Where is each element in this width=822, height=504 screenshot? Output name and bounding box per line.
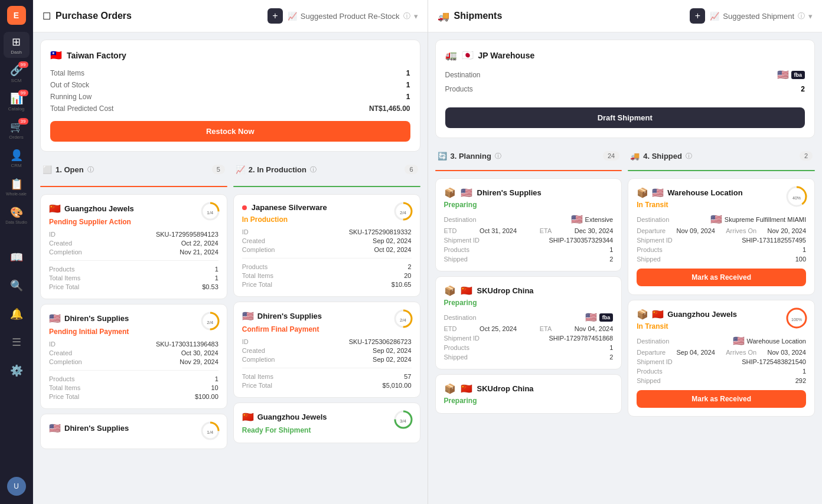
wh-shipped-departure-row: Departure Nov 09, 2024 Arrives On Nov 20… bbox=[637, 227, 806, 234]
shipments-header-icon: 🚚 bbox=[438, 11, 449, 22]
gz-shipped-products-label: Products bbox=[637, 368, 662, 375]
settings-icon: ⚙️ bbox=[10, 364, 23, 377]
open-count: 5 bbox=[212, 165, 225, 174]
suggested-restock-link[interactable]: 📈 Suggested Product Re-Stock ⓘ ▾ bbox=[288, 11, 418, 21]
main-content: ☐ Purchase Orders + 📈 Suggested Product … bbox=[33, 0, 822, 504]
japanese-footer: Products 2 Total Items 20 Price Total $1… bbox=[242, 258, 412, 288]
dhiren-inprod-completion-label: Completion bbox=[242, 356, 275, 363]
po-card-dhiren-open-3[interactable]: 1/4 🇺🇸 Dhiren's Supplies bbox=[40, 414, 227, 449]
po-card-guangzhou-ready[interactable]: 3/4 🇨🇳 Guangzhou Jewels Ready For Shipme… bbox=[233, 402, 420, 443]
sidebar-label-wholesale: Whole-sale bbox=[6, 192, 27, 196]
planning-count: 24 bbox=[603, 151, 619, 161]
draft-shipment-button[interactable]: Draft Shipment bbox=[445, 107, 805, 128]
planning-divider bbox=[435, 170, 622, 171]
guangzhou-created-row: Created Oct 22, 2024 bbox=[49, 240, 218, 247]
crm-icon: 👤 bbox=[10, 149, 23, 162]
dhiren-open3-supplier: Dhiren's Supplies bbox=[64, 424, 129, 433]
suggested-shipment-link[interactable]: 📈 Suggested Shipment ⓘ ▾ bbox=[710, 11, 813, 21]
dhiren-inprod-price-label: Price Total bbox=[242, 382, 272, 389]
sidebar-item-scm[interactable]: 99 🔗 SCM bbox=[4, 60, 30, 86]
sidebar-item-wholesale[interactable]: 📋 Whole-sale bbox=[4, 174, 30, 199]
po-card-dhiren-inprod[interactable]: 2/4 🇺🇸 Dhiren's Supplies Confirm Final P… bbox=[233, 302, 420, 398]
sidebar-item-list[interactable]: ☰ bbox=[4, 329, 30, 355]
skudrop-planning-products-value: 1 bbox=[609, 344, 613, 351]
total-cost-value: NT$1,465.00 bbox=[369, 104, 410, 113]
sidebar-item-orders[interactable]: 39 🛒 Orders bbox=[4, 117, 30, 143]
skudrop3-flag: 🇨🇳 bbox=[461, 383, 472, 394]
gz-shipped-shipped-value: 292 bbox=[795, 377, 806, 384]
purchase-orders-panel: ☐ Purchase Orders + 📈 Suggested Product … bbox=[33, 0, 428, 504]
japanese-id-row: ID SKU-1725290819332 bbox=[242, 228, 412, 235]
po-add-button[interactable]: + bbox=[268, 8, 283, 24]
japanese-items-row: Total Items 20 bbox=[242, 272, 412, 279]
shipments-add-button[interactable]: + bbox=[690, 8, 705, 24]
sidebar-item-bell[interactable]: 🔔 bbox=[4, 301, 30, 327]
dhiren-planning-dest-label: Destination bbox=[444, 216, 477, 223]
po-title: Purchase Orders bbox=[56, 11, 263, 21]
guangzhou-id-value: SKU-1729595894123 bbox=[156, 231, 218, 238]
shipped-count: 2 bbox=[800, 151, 813, 161]
taiwan-factory-card: 🇹🇼 Taiwan Factory Total Items 1 Out of S… bbox=[40, 40, 420, 152]
sidebar-label-crm: CRM bbox=[11, 163, 21, 168]
po-card-dhiren-open[interactable]: 2/4 🇺🇸 Dhiren's Supplies Pending Initial… bbox=[40, 304, 227, 409]
dhiren-inprod-items-value: 57 bbox=[404, 373, 411, 380]
app-logo[interactable]: E bbox=[7, 6, 26, 25]
dhiren-open-created-label: Created bbox=[49, 349, 72, 356]
po-card-japanese[interactable]: 2/4 Japanese Silverware In Production ID… bbox=[233, 194, 420, 297]
dhiren-open-products-row: Products 1 bbox=[49, 375, 218, 382]
sidebar-label-catalog: Catalog bbox=[8, 106, 25, 112]
dhiren-inprod-header: 🇺🇸 Dhiren's Supplies bbox=[242, 310, 412, 322]
shipment-skudrop-planning-3[interactable]: 📦 🇨🇳 SKUdrop China Preparing bbox=[435, 374, 622, 414]
sidebar-item-book[interactable]: 📖 bbox=[4, 244, 30, 270]
shipment-skudrop-planning[interactable]: 📦 🇨🇳 SKUdrop China Preparing Destination… bbox=[435, 276, 622, 369]
guangzhou-products-value: 1 bbox=[215, 266, 218, 273]
sidebar-item-data-studio[interactable]: 🎨 Data Studio bbox=[4, 202, 30, 228]
sidebar-item-crm[interactable]: 👤 CRM bbox=[4, 145, 30, 171]
shipment-guangzhou-shipped[interactable]: 📦 🇨🇳 Guangzhou Jewels 100% bbox=[628, 300, 815, 417]
running-low-row: Running Low 1 bbox=[50, 93, 410, 101]
open-section-header: ⬜ 1. Open ⓘ 5 bbox=[40, 159, 227, 179]
shipment-info-icon: ⓘ bbox=[798, 11, 805, 21]
total-cost-label: Total Predicted Cost bbox=[50, 104, 113, 113]
sidebar: E ⊞ Dash 99 🔗 SCM 99 📊 Catalog 39 🛒 Orde… bbox=[0, 0, 33, 504]
sidebar-item-settings[interactable]: ⚙️ bbox=[4, 358, 30, 384]
guangzhou-id-row: ID SKU-1729595894123 bbox=[49, 231, 218, 238]
guangzhou-products-label: Products bbox=[49, 266, 74, 273]
gz-shipped-meta: Destination 🇺🇸 Warehouse Location Depart… bbox=[637, 335, 806, 384]
wh-shipped-id-value: SHIP-1731182557495 bbox=[742, 237, 806, 244]
dhiren-planning-status: Preparing bbox=[444, 201, 614, 209]
wh-shipped-id-label: Shipment ID bbox=[637, 237, 673, 244]
restock-button[interactable]: Restock Now bbox=[50, 121, 410, 142]
dhiren-open3-flag: 🇺🇸 bbox=[49, 423, 61, 434]
wh-shipped-dest-value: Skupreme Fulfillment MIAMI bbox=[725, 216, 806, 223]
suggested-shipment-label: Suggested Shipment bbox=[723, 12, 794, 21]
po-guangzhou-header: 🇨🇳 Guangzhou Jewels bbox=[49, 203, 218, 214]
skudrop-planning-shipped-row: Shipped 2 bbox=[444, 354, 614, 361]
shipment-dhiren-planning[interactable]: 📦 🇺🇸 Dhiren's Supplies Preparing Destina… bbox=[435, 178, 622, 271]
dhiren-inprod-id-value: SKU-1725306286723 bbox=[349, 338, 412, 345]
dhiren-planning-dest-value: Extensive bbox=[585, 216, 614, 223]
mark-received-button-1[interactable]: Mark as Received bbox=[637, 269, 806, 286]
shipment-warehouse-shipped[interactable]: 📦 🇺🇸 Warehouse Location 40% bbox=[628, 178, 815, 295]
book-icon: 📖 bbox=[10, 251, 23, 264]
po-card-guangzhou-open[interactable]: 1/4 🇨🇳 Guangzhou Jewels Pending Supplier… bbox=[40, 194, 227, 299]
scm-badge: 99 bbox=[18, 61, 28, 68]
in-production-count: 6 bbox=[405, 165, 417, 174]
sidebar-item-catalog[interactable]: 99 📊 Catalog bbox=[4, 89, 30, 114]
guangzhou-created-label: Created bbox=[49, 240, 72, 247]
sidebar-item-search[interactable]: 🔍 bbox=[4, 273, 30, 299]
japanese-products-row: Products 2 bbox=[242, 263, 412, 270]
mark-received-button-2[interactable]: Mark as Received bbox=[637, 390, 806, 408]
dhiren-open-flag: 🇺🇸 bbox=[49, 313, 61, 324]
chart-icon: 📈 bbox=[288, 12, 297, 21]
dhiren-inprod-flag: 🇺🇸 bbox=[242, 310, 254, 322]
shipped-info-icon: ⓘ bbox=[686, 152, 692, 161]
dhiren-planning-eta-value: Dec 30, 2024 bbox=[575, 227, 613, 234]
gz-shipped-dest-flag: 🇺🇸 bbox=[733, 335, 745, 346]
user-avatar[interactable]: U bbox=[7, 477, 26, 496]
sidebar-item-dash[interactable]: ⊞ Dash bbox=[4, 32, 30, 58]
japanese-items-value: 20 bbox=[404, 272, 411, 279]
japanese-completion-row: Completion Oct 02, 2024 bbox=[242, 246, 412, 253]
planning-icon: 🔄 bbox=[438, 152, 447, 161]
shipped-divider bbox=[628, 170, 815, 171]
